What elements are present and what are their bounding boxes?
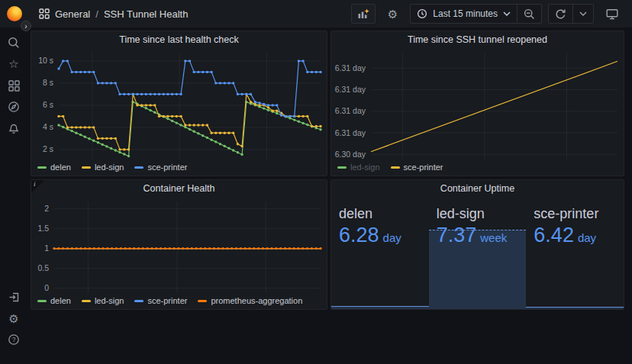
sparkline [526,307,624,309]
legend: delenled-signsce-printerprometheus-aggre… [31,296,327,309]
time-picker-group: Last 15 minutes [410,4,542,24]
sidebar-expand-button[interactable]: › [21,21,31,31]
legend-label: delen [50,296,71,305]
panel-header: Container Health [31,180,327,197]
stat-number: 7.37 [437,224,477,246]
server-admin-button[interactable]: ⚙ [5,312,23,324]
breadcrumb[interactable]: General / SSH Tunnel Health [39,8,188,20]
dashboard-grid: Time since last health check 2 s4 s6 s8 … [27,27,632,364]
grafana-logo-icon[interactable] [7,6,22,21]
stat-value: 6.42day [534,224,619,247]
legend-swatch [37,300,47,302]
stat-number: 6.42 [534,224,574,246]
breadcrumb-section[interactable]: General [55,8,90,20]
refresh-button[interactable] [549,5,572,23]
dashboards-button[interactable] [5,79,23,92]
stat-unit: day [578,231,596,244]
legend-swatch [82,300,91,302]
legend-swatch [198,300,207,302]
legend-swatch [37,166,47,169]
panel-title[interactable]: Container Health [143,183,215,194]
svg-text:6 s: 6 s [43,100,53,109]
toolbar-actions: ⚙ Last 15 minutes [351,4,624,24]
time-series-chart[interactable]: 00.511.5200:2000:2500:30 [31,197,327,296]
svg-text:2: 2 [44,204,49,213]
legend-swatch [134,166,143,169]
legend-item-sce-printer[interactable]: sce-printer [391,163,443,172]
refresh-group [548,4,594,24]
panel-title[interactable]: Container Uptime [440,183,514,194]
add-panel-icon [357,8,369,20]
svg-text:8 s: 8 s [43,78,53,87]
dashboards-grid-icon [39,8,50,19]
clock-icon [417,8,427,19]
panel-container-uptime: Container Uptime delen 6.28day led-sign … [331,179,624,310]
panel-header: Container Uptime [331,180,624,197]
zoom-out-icon [524,8,535,20]
legend-item-prometheus-aggregation[interactable]: prometheus-aggregation [198,296,302,305]
legend-swatch [134,300,143,302]
refresh-icon [555,8,566,20]
cycle-view-icon [606,8,618,20]
stat-name: delen [339,206,424,222]
caret-down-icon [503,11,511,16]
svg-text:6.31 day: 6.31 day [335,106,366,115]
panel-title[interactable]: Time since last health check [119,34,239,45]
panel-time-since-ssh-tunnel-reopened: Time since SSH tunnel reopened 6.30 day6… [331,31,624,176]
explore-button[interactable] [5,101,23,113]
time-range-label: Last 15 minutes [433,8,498,19]
legend-item-led-sign[interactable]: led-sign [82,163,124,172]
sign-in-icon [8,292,20,303]
caret-down-icon [579,11,587,16]
dashboards-icon [8,80,20,92]
side-menu: ☆ [0,27,27,364]
panel-header: Time since SSH tunnel reopened [331,31,624,48]
svg-text:1.5: 1.5 [37,224,49,233]
legend-item-delen[interactable]: delen [37,296,71,305]
stat-sce-printer[interactable]: sce-printer 6.42day [526,197,624,309]
breadcrumb-title[interactable]: SSH Tunnel Health [104,8,189,20]
stat-value: 7.37week [437,224,522,247]
legend-item-led-sign[interactable]: led-sign [82,296,124,305]
legend-item-sce-printer[interactable]: sce-printer [134,296,187,305]
search-button[interactable] [5,37,23,49]
legend-label: sce-printer [404,163,443,172]
stat-unit: week [480,231,507,244]
zoom-out-button[interactable] [517,5,541,23]
sparkline [331,306,429,309]
explore-compass-icon [8,101,20,113]
svg-text:4 s: 4 s [43,122,53,131]
svg-text:6.30 day: 6.30 day [335,150,366,159]
cycle-view-button[interactable] [600,4,624,24]
time-range-button[interactable]: Last 15 minutes [411,5,517,23]
legend-label: delen [50,163,71,172]
svg-text:6.31 day: 6.31 day [335,128,366,137]
alerting-button[interactable] [5,122,23,134]
gear-icon: ⚙ [388,8,398,20]
help-button[interactable]: ? [5,333,23,346]
legend-item-led-sign[interactable]: led-sign [337,163,380,172]
stat-led-sign[interactable]: led-sign 7.37week [429,197,527,309]
stat-row: delen 6.28day led-sign 7.37week sce-prin… [331,197,624,309]
legend: led-signsce-printer [331,163,624,176]
legend-label: sce-printer [147,163,187,172]
breadcrumb-separator: / [95,8,98,20]
dashboard-settings-button[interactable]: ⚙ [382,4,404,24]
legend-item-delen[interactable]: delen [37,163,71,172]
time-series-chart[interactable]: 6.30 day6.31 day6.31 day6.31 day6.31 day… [331,48,624,163]
stat-delen[interactable]: delen 6.28day [331,197,429,309]
legend-label: led-sign [350,163,380,172]
starred-button[interactable]: ☆ [5,58,23,70]
panel-title[interactable]: Time since SSH tunnel reopened [408,34,547,45]
add-panel-button[interactable] [351,4,376,24]
stat-name: led-sign [437,206,522,222]
legend: delenled-signsce-printer [31,163,327,176]
legend-label: led-sign [95,163,124,172]
panel-header: Time since last health check [31,31,327,48]
time-series-chart[interactable]: 2 s4 s6 s8 s10 s00:2000:2500:30 [31,48,327,163]
top-navbar: General / SSH Tunnel Health ⚙ [0,0,632,27]
legend-item-sce-printer[interactable]: sce-printer [134,163,187,172]
refresh-interval-button[interactable] [572,5,593,23]
star-icon: ☆ [8,57,18,71]
sign-in-button[interactable] [5,291,23,303]
